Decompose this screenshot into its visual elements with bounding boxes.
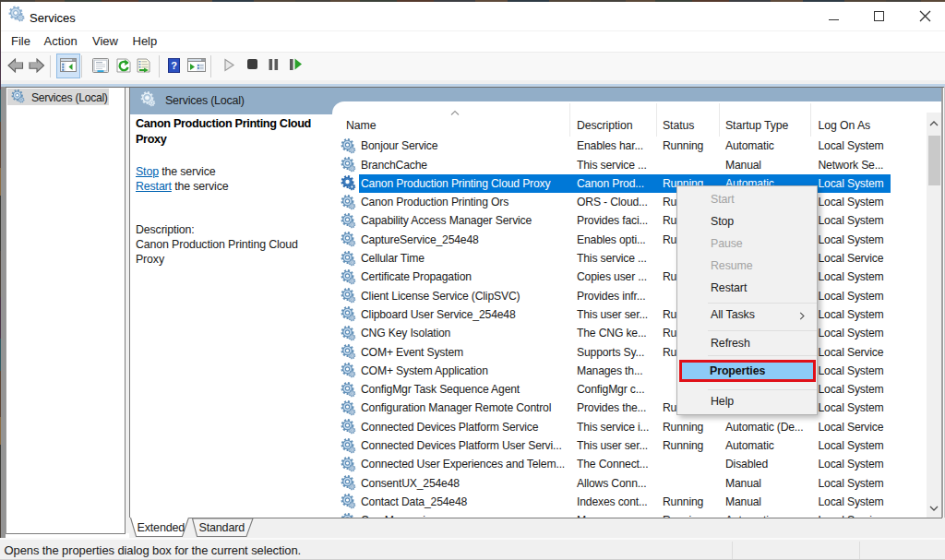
svg-text:?: ?: [171, 60, 177, 71]
